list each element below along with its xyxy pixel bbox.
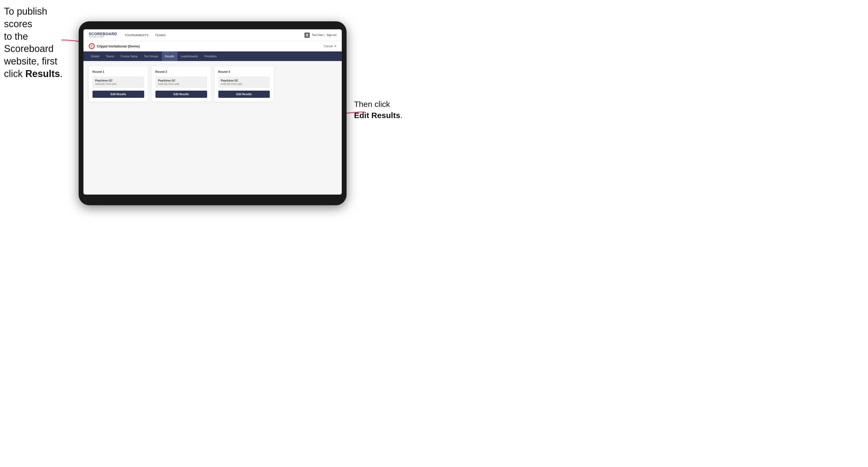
round-2-card: Round 2 Peachtree GC Gold (M) (7010 yds)… bbox=[152, 66, 211, 101]
round-3-course-name: Peachtree GC bbox=[221, 79, 268, 82]
nav-user-text: Test User | bbox=[312, 34, 325, 36]
tab-teams[interactable]: Teams bbox=[103, 52, 117, 61]
nav-links: TOURNAMENTS TEAMS bbox=[124, 34, 166, 37]
tournament-title-bar: C Clippd Invitational (Demo) Cancel ✕ bbox=[84, 41, 342, 52]
cancel-button[interactable]: Cancel ✕ bbox=[324, 44, 336, 48]
sub-nav: Details Teams Course Setup Tee Groups Re… bbox=[84, 52, 342, 61]
tab-tee-groups[interactable]: Tee Groups bbox=[141, 52, 161, 61]
nav-signout[interactable]: Sign out bbox=[327, 34, 336, 36]
round-3-card: Round 3 Peachtree GC Gold (M) (7010 yds)… bbox=[215, 66, 274, 101]
tab-details[interactable]: Details bbox=[88, 52, 103, 61]
edit-results-button-2[interactable]: Edit Results bbox=[155, 91, 207, 98]
round-1-course-details: Gold (M) (7010 yds) bbox=[95, 83, 142, 85]
logo-text: SCOREBOARD bbox=[89, 32, 117, 36]
round-3-title: Round 3 bbox=[218, 70, 270, 73]
logo-sub: Powered by clippd bbox=[89, 36, 117, 38]
round-1-card: Round 1 Peachtree GC Gold (M) (7010 yds)… bbox=[89, 66, 148, 101]
user-icon bbox=[304, 33, 310, 38]
edit-results-button-1[interactable]: Edit Results bbox=[93, 91, 144, 98]
tablet-screen: SCOREBOARD Powered by clippd TOURNAMENTS… bbox=[84, 29, 342, 195]
round-3-course-card: Peachtree GC Gold (M) (7010 yds) bbox=[218, 76, 270, 88]
main-content: Round 1 Peachtree GC Gold (M) (7010 yds)… bbox=[84, 61, 342, 195]
tab-course-setup[interactable]: Course Setup bbox=[117, 52, 141, 61]
edit-results-button-3[interactable]: Edit Results bbox=[218, 91, 270, 98]
round-2-course-name: Peachtree GC bbox=[158, 79, 205, 82]
round-3-course-details: Gold (M) (7010 yds) bbox=[221, 83, 268, 85]
tab-results[interactable]: Results bbox=[162, 52, 178, 61]
round-2-course-card: Peachtree GC Gold (M) (7010 yds) bbox=[155, 76, 207, 88]
nav-teams[interactable]: TEAMS bbox=[155, 34, 165, 37]
nav-tournaments[interactable]: TOURNAMENTS bbox=[124, 34, 149, 37]
round-1-course-card: Peachtree GC Gold (M) (7010 yds) bbox=[93, 76, 144, 88]
clippd-logo: C bbox=[89, 43, 95, 49]
round-4-empty bbox=[277, 66, 336, 101]
instruction-right: Then click Edit Results. bbox=[354, 99, 418, 121]
instruction-left: To publish scores to the Scoreboard webs… bbox=[4, 5, 73, 80]
tablet-device: SCOREBOARD Powered by clippd TOURNAMENTS… bbox=[79, 21, 347, 205]
svg-point-2 bbox=[306, 34, 308, 35]
logo-area: SCOREBOARD Powered by clippd bbox=[89, 32, 117, 38]
tournament-name: Clippd Invitational (Demo) bbox=[97, 44, 140, 48]
round-1-title: Round 1 bbox=[93, 70, 144, 73]
nav-right: Test User | Sign out bbox=[304, 33, 336, 38]
round-2-title: Round 2 bbox=[155, 70, 207, 73]
round-1-course-name: Peachtree GC bbox=[95, 79, 142, 82]
round-2-course-details: Gold (M) (7010 yds) bbox=[158, 83, 205, 85]
tab-leaderboards[interactable]: Leaderboards bbox=[178, 52, 201, 61]
user-avatar-icon bbox=[306, 34, 309, 37]
tab-printables[interactable]: Printables bbox=[201, 52, 220, 61]
top-nav: SCOREBOARD Powered by clippd TOURNAMENTS… bbox=[84, 29, 342, 41]
rounds-grid: Round 1 Peachtree GC Gold (M) (7010 yds)… bbox=[89, 66, 336, 101]
